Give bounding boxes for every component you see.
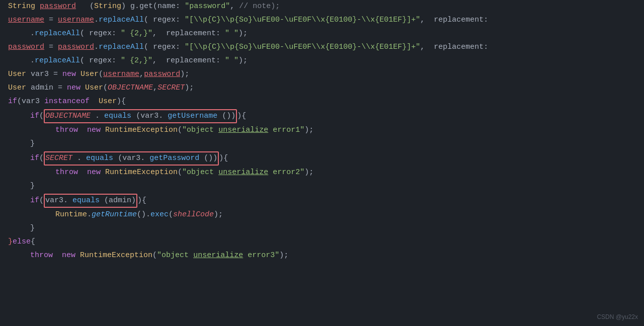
code-line-7: User admin = new User ( OBJECTNAME , SEC… [0,82,644,95]
code-line-13: throw new RuntimeException ( "object uns… [0,166,644,180]
watermark: CSDN @yu22x [597,312,638,322]
token-username-1: username [8,14,44,26]
code-line-2: username = username . replaceAll ( regex… [0,14,644,27]
code-line-10: throw new RuntimeException ( "object uns… [0,124,644,137]
code-line-12: if ( SECRET . equals (var3. getPassword … [0,151,644,166]
code-line-18: } else { [0,235,644,249]
code-line-9: if ( OBJECTNAME . equals (var3. getUsern… [0,109,644,124]
code-line-5: . replaceAll ( regex: " {2,}" , replacem… [0,54,644,68]
code-line-16: Runtime . getRuntime (). exec ( shellCod… [0,208,644,222]
code-line-8: if (var3 instanceof User ){ [0,95,644,109]
token-password-var: password [40,1,76,13]
token-password-1: password [8,41,44,53]
code-line-19: throw new RuntimeException ( "object uns… [0,249,644,263]
code-line-14: } [0,180,644,193]
code-line-4: password = password . replaceAll ( regex… [0,41,644,54]
code-line-3: . replaceAll ( regex: " {2,}" , replacem… [0,27,644,41]
highlight-objectname-equals: OBJECTNAME . equals (var3. getUsername (… [44,109,237,123]
code-line-17: } [0,222,644,235]
highlight-var3-equals: var3. equals (admin) [44,194,137,208]
highlight-secret-equals: SECRET . equals (var3. getPassword ()) [44,151,219,166]
code-editor: String password ( String ) g.get( name: … [0,0,644,326]
code-line-15: if ( var3. equals (admin) ){ [0,193,644,208]
code-line-11: } [0,137,644,151]
token-username-2: username [58,14,94,26]
token-password-2: password [58,41,94,53]
code-line-6: User var3 = new User ( username , passwo… [0,68,644,82]
token-string-type: String [8,1,35,13]
code-line-1: String password ( String ) g.get( name: … [0,0,644,14]
